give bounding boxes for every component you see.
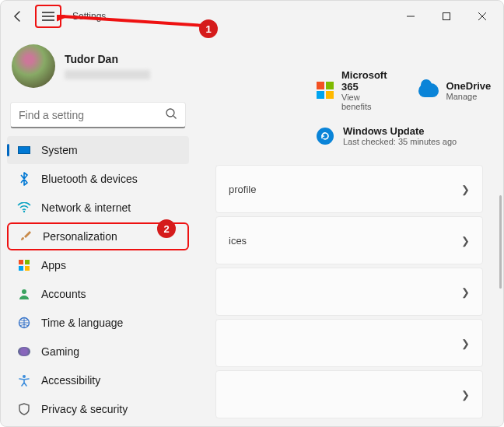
svg-rect-0 (443, 13, 450, 20)
brush-icon (18, 229, 33, 244)
svg-point-1 (166, 109, 174, 117)
scrollbar[interactable] (499, 195, 502, 289)
tile-title: Windows Update (343, 125, 457, 137)
tile-subtitle: Manage (446, 92, 492, 101)
shield-icon (16, 401, 32, 417)
back-button[interactable] (4, 2, 32, 30)
chevron-right-icon: ❯ (461, 235, 470, 247)
chevron-right-icon: ❯ (461, 338, 470, 349)
sidebar-item-label: Privacy & security (41, 403, 128, 415)
sidebar-item-windows-update[interactable]: Windows Update (7, 424, 189, 426)
bluetooth-icon (16, 171, 32, 187)
chevron-right-icon: ❯ (461, 286, 470, 298)
card-label: ices (229, 235, 247, 247)
wifi-icon (16, 200, 32, 215)
maximize-button[interactable] (429, 4, 464, 29)
tile-title: OneDrive (446, 80, 492, 92)
sidebar-item-label: Network & internet (41, 201, 131, 214)
sidebar-item-label: Gaming (41, 345, 79, 358)
sidebar-item-time[interactable]: Time & language (7, 309, 189, 337)
tile-subtitle: Last checked: 35 minutes ago (343, 137, 457, 146)
chevron-right-icon: ❯ (461, 389, 470, 401)
svg-point-3 (22, 289, 26, 294)
search-input[interactable] (19, 109, 165, 121)
nav-menu-button[interactable] (35, 5, 61, 28)
titlebar: Settings (1, 1, 503, 32)
sidebar-item-label: System (41, 144, 78, 156)
sidebar-item-gaming[interactable]: Gaming (7, 338, 189, 366)
close-button[interactable] (464, 4, 500, 29)
search-box[interactable] (10, 102, 186, 128)
hamburger-icon (42, 12, 54, 21)
settings-card[interactable]: ❯ (215, 268, 483, 316)
profile-info: Tudor Dan (65, 53, 150, 79)
sidebar-item-system[interactable]: System (7, 136, 189, 164)
svg-point-2 (23, 211, 25, 212)
sidebar-item-privacy[interactable]: Privacy & security (7, 395, 189, 423)
sidebar-item-label: Time & language (41, 317, 123, 329)
sidebar: Tudor Dan System Bluetooth & devices (1, 32, 195, 426)
tile-onedrive[interactable]: OneDrive Manage (418, 69, 492, 111)
sidebar-item-accounts[interactable]: Accounts (7, 280, 189, 308)
profile[interactable]: Tudor Dan (5, 35, 191, 100)
settings-cards: profile ❯ ices ❯ ❯ ❯ (215, 165, 483, 418)
sidebar-item-apps[interactable]: Apps (7, 251, 189, 279)
accessibility-icon (16, 373, 32, 388)
sidebar-item-personalization[interactable]: Personalization (7, 222, 189, 250)
person-icon (16, 286, 32, 302)
arrow-left-icon (12, 10, 24, 23)
sidebar-item-label: Personalization (43, 230, 117, 243)
card-label: profile (229, 184, 256, 195)
onedrive-icon (418, 80, 439, 100)
sidebar-item-accessibility[interactable]: Accessibility (7, 366, 189, 394)
settings-card[interactable]: ❯ (215, 370, 483, 418)
sidebar-item-bluetooth[interactable]: Bluetooth & devices (7, 165, 189, 193)
sidebar-item-label: Accessibility (41, 374, 100, 387)
close-icon (478, 12, 487, 21)
settings-window: Settings Tudor Dan (0, 0, 504, 427)
settings-card[interactable]: ices ❯ (215, 216, 483, 264)
sidebar-item-network[interactable]: Network & internet (7, 194, 189, 222)
apps-icon (16, 257, 32, 273)
system-icon (16, 142, 32, 158)
tile-title: Microsoft 365 (341, 69, 390, 93)
main-panel: Microsoft 365 View benefits OneDrive Man… (195, 32, 503, 426)
tile-microsoft365[interactable]: Microsoft 365 View benefits (317, 69, 390, 111)
profile-name: Tudor Dan (65, 53, 150, 65)
globe-icon (16, 315, 32, 331)
sidebar-item-label: Accounts (41, 288, 86, 300)
settings-card[interactable]: profile ❯ (215, 165, 483, 213)
content: Tudor Dan System Bluetooth & devices (1, 32, 503, 426)
top-tiles: Microsoft 365 View benefits OneDrive Man… (317, 69, 483, 111)
profile-email (65, 70, 150, 79)
tile-subtitle: View benefits (341, 93, 390, 111)
gaming-icon (16, 344, 32, 359)
windows-update-icon (317, 128, 334, 145)
tile-windows-update[interactable]: Windows Update Last checked: 35 minutes … (317, 125, 483, 146)
sidebar-item-label: Apps (41, 259, 66, 271)
chevron-right-icon: ❯ (461, 184, 470, 195)
sidebar-item-label: Bluetooth & devices (41, 173, 138, 185)
svg-point-5 (23, 375, 26, 378)
settings-card[interactable]: ❯ (215, 319, 483, 367)
minimize-icon (406, 12, 415, 21)
microsoft-365-icon (317, 80, 334, 100)
minimize-button[interactable] (393, 4, 429, 29)
search-icon (165, 107, 177, 122)
avatar (12, 44, 55, 88)
window-title: Settings (72, 11, 106, 22)
maximize-icon (442, 12, 451, 21)
